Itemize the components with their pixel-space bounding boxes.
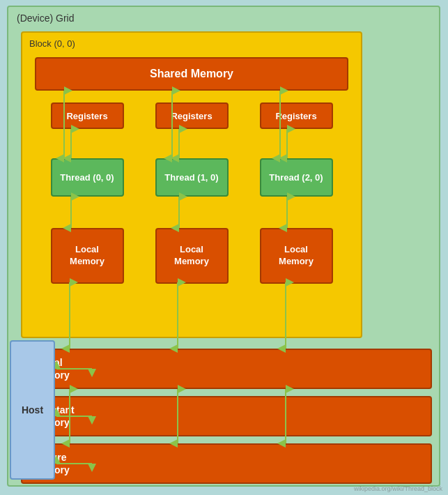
local-memory-box-0: LocalMemory [51, 228, 124, 284]
register-label-1: Registers [171, 111, 212, 121]
thread-label-2: Thread (2, 0) [269, 172, 323, 183]
register-label-0: Registers [66, 111, 107, 121]
register-label-2: Registers [275, 111, 316, 121]
local-memory-label-1: LocalMemory [174, 244, 209, 268]
shared-memory-label: Shared Memory [150, 68, 233, 80]
register-box-2: Registers [260, 102, 333, 129]
constant-memory-box: ConstantMemory [21, 396, 432, 436]
block-00: Block (0, 0) Shared Memory Registers Reg… [21, 31, 362, 338]
watermark: wikipedia.org/wiki/Thread_block [354, 485, 442, 492]
thread-box-1: Thread (1, 0) [155, 158, 229, 197]
registers-row: Registers Registers Registers [35, 102, 348, 129]
local-memory-box-1: LocalMemory [155, 228, 229, 284]
block-label: Block (0, 0) [29, 38, 75, 49]
local-memory-box-2: LocalMemory [260, 228, 333, 284]
device-grid-label: (Device) Grid [17, 13, 74, 24]
texture-memory-box: TextureMemory [21, 443, 432, 484]
threads-row: Thread (0, 0) Thread (1, 0) Thread (2, 0… [35, 158, 348, 197]
global-memory-box: GlobalMemory [21, 349, 432, 389]
local-memory-label-2: LocalMemory [279, 244, 314, 268]
thread-label-0: Thread (0, 0) [60, 172, 114, 183]
register-box-1: Registers [155, 102, 229, 129]
host-label: Host [22, 404, 43, 416]
host-box: Host [10, 340, 55, 480]
thread-box-2: Thread (2, 0) [260, 158, 333, 197]
local-memory-row: LocalMemory LocalMemory LocalMemory [35, 228, 348, 284]
thread-label-1: Thread (1, 0) [164, 172, 218, 183]
register-box-0: Registers [51, 102, 124, 129]
device-grid: (Device) Grid Block (0, 0) Shared Memory… [7, 6, 440, 487]
shared-memory-box: Shared Memory [35, 57, 348, 91]
thread-box-0: Thread (0, 0) [51, 158, 124, 197]
local-memory-label-0: LocalMemory [70, 244, 105, 268]
